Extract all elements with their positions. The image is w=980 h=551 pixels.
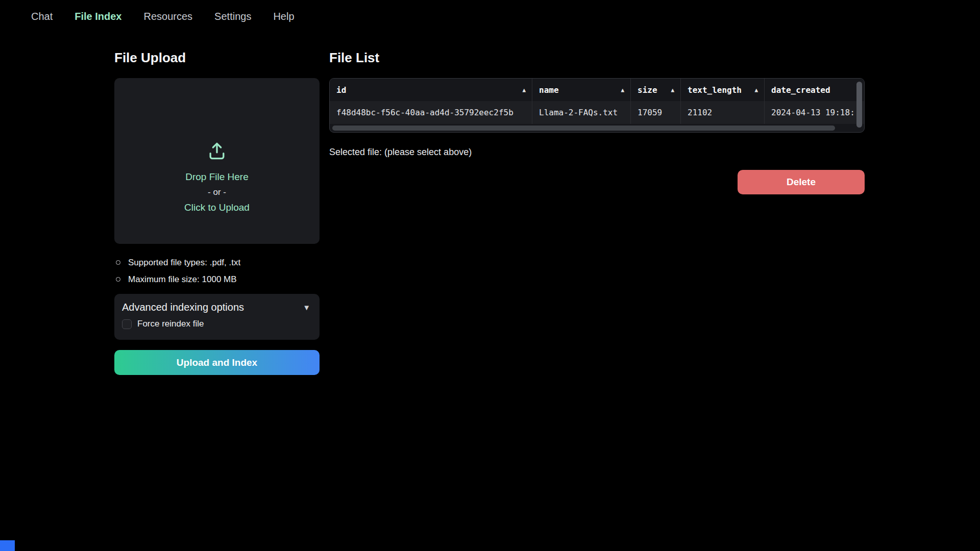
nav-tab-resources[interactable]: Resources <box>144 11 193 22</box>
cell-id[interactable]: f48d48bc-f56c-40aa-ad4d-35792eec2f5b <box>330 101 532 124</box>
chevron-down-icon: ▼ <box>303 303 310 312</box>
force-reindex-checkbox[interactable] <box>122 319 132 329</box>
column-label: date_created <box>771 85 830 95</box>
table-row[interactable]: f48d48bc-f56c-40aa-ad4d-35792eec2f5b Lla… <box>330 101 864 124</box>
or-label: - or - <box>208 185 226 200</box>
drop-file-here-label: Drop File Here <box>185 169 249 185</box>
cell-date-created[interactable]: 2024-04-13 19:18: <box>764 101 864 124</box>
cell-size[interactable]: 17059 <box>630 101 680 124</box>
column-label: size <box>638 85 657 95</box>
upload-icon <box>206 140 228 164</box>
sort-asc-icon[interactable]: ▲ <box>621 87 624 93</box>
bottom-left-loading-indicator <box>0 540 15 551</box>
column-header-name[interactable]: name ▲ <box>532 79 630 101</box>
bullet-icon <box>116 260 120 265</box>
column-label: name <box>539 85 559 95</box>
note-text: Supported file types: .pdf, .txt <box>128 258 240 268</box>
nav-tab-help[interactable]: Help <box>273 11 294 22</box>
file-table: id ▲ name ▲ size ▲ text_length ▲ date_cr… <box>329 78 865 133</box>
bullet-icon <box>116 277 120 282</box>
upload-notes: Supported file types: .pdf, .txt Maximum… <box>114 254 320 288</box>
column-label: text_length <box>688 85 742 95</box>
note-text: Maximum file size: 1000 MB <box>128 274 237 285</box>
file-list-title: File List <box>329 50 865 66</box>
nav-tab-file-index[interactable]: File Index <box>75 11 121 22</box>
file-dropzone[interactable]: Drop File Here - or - Click to Upload <box>114 78 320 244</box>
advanced-indexing-header[interactable]: Advanced indexing options ▼ <box>122 302 310 313</box>
file-table-header-row: id ▲ name ▲ size ▲ text_length ▲ date_cr… <box>330 79 864 101</box>
click-to-upload-link[interactable]: Click to Upload <box>184 200 250 215</box>
column-header-id[interactable]: id ▲ <box>330 79 532 101</box>
file-upload-section: File Upload Drop File Here - or - Click … <box>114 50 320 375</box>
sort-asc-icon[interactable]: ▲ <box>754 87 758 93</box>
top-nav: Chat File Index Resources Settings Help <box>31 0 295 33</box>
file-list-section: File List id ▲ name ▲ size ▲ text_length… <box>329 50 865 158</box>
delete-button[interactable]: Delete <box>738 170 865 194</box>
upload-and-index-button[interactable]: Upload and Index <box>114 350 320 375</box>
force-reindex-row[interactable]: Force reindex file <box>122 319 310 329</box>
advanced-indexing-panel: Advanced indexing options ▼ Force reinde… <box>114 294 320 340</box>
sort-asc-icon[interactable]: ▲ <box>522 87 526 93</box>
column-header-text-length[interactable]: text_length ▲ <box>680 79 764 101</box>
sort-asc-icon[interactable]: ▲ <box>671 87 674 93</box>
selected-file-status: Selected file: (please select above) <box>329 147 865 158</box>
table-horizontal-scrollbar[interactable] <box>332 126 835 131</box>
advanced-indexing-title: Advanced indexing options <box>122 302 244 313</box>
column-label: id <box>336 85 346 95</box>
cell-name[interactable]: Llama-2-FAQs.txt <box>532 101 630 124</box>
column-header-date-created[interactable]: date_created <box>764 79 864 101</box>
note-supported-types: Supported file types: .pdf, .txt <box>114 254 320 271</box>
note-max-size: Maximum file size: 1000 MB <box>114 271 320 288</box>
table-vertical-scrollbar[interactable] <box>856 82 862 128</box>
file-upload-title: File Upload <box>114 50 320 66</box>
cell-text-length[interactable]: 21102 <box>680 101 764 124</box>
nav-tab-settings[interactable]: Settings <box>214 11 251 22</box>
force-reindex-label: Force reindex file <box>137 319 204 329</box>
nav-tab-chat[interactable]: Chat <box>31 11 53 22</box>
column-header-size[interactable]: size ▲ <box>630 79 680 101</box>
